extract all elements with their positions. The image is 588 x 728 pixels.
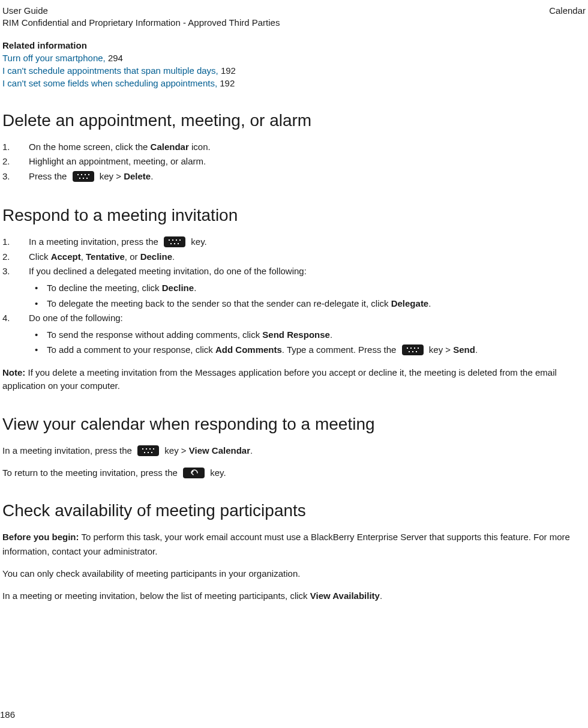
list-item: To add a comment to your response, click… <box>29 342 586 358</box>
page-number: 186 <box>0 709 15 720</box>
note-paragraph: Note: If you delete a meeting invitation… <box>2 366 586 393</box>
section-heading-respond: Respond to a meeting invitation <box>2 206 586 225</box>
menu-key-icon <box>164 236 185 247</box>
related-link[interactable]: I can't set some fields when scheduling … <box>2 78 217 88</box>
sub-bullets: To decline the meeting, click Decline. T… <box>29 280 586 311</box>
list-item: Press the key > Delete. <box>2 169 586 184</box>
menu-key-icon <box>402 344 424 355</box>
list-item: To decline the meeting, click Decline. <box>29 280 586 296</box>
list-item: To delegate the meeting back to the send… <box>29 296 586 311</box>
menu-key-icon <box>137 445 159 456</box>
list-item: In a meeting invitation, press the key. <box>2 235 586 250</box>
page-header: User Guide RIM Confidential and Propriet… <box>2 5 586 29</box>
sub-bullets: To send the response without adding comm… <box>29 327 586 358</box>
paragraph: Before you begin: To perform this task, … <box>2 530 586 558</box>
paragraph: In a meeting invitation, press the key >… <box>2 444 586 457</box>
delete-steps: On the home screen, click the Calendar i… <box>2 140 586 184</box>
paragraph: You can only check availability of meeti… <box>2 567 586 580</box>
related-page: 192 <box>217 78 235 88</box>
related-link[interactable]: I can't schedule appointments that span … <box>2 65 218 76</box>
section-heading-view-calendar: View your calendar when responding to a … <box>2 415 586 434</box>
header-title: User Guide <box>2 5 280 17</box>
list-item: To send the response without adding comm… <box>29 327 586 343</box>
related-page: 294 <box>106 53 123 63</box>
related-link[interactable]: Turn off your smartphone, <box>2 53 106 63</box>
respond-steps: In a meeting invitation, press the key. … <box>2 235 586 358</box>
header-right: Calendar <box>549 5 586 17</box>
related-info-block: Related information Turn off your smartp… <box>2 40 586 89</box>
header-left: User Guide RIM Confidential and Propriet… <box>2 5 280 29</box>
paragraph: To return to the meeting invitation, pre… <box>2 466 586 480</box>
section-heading-delete: Delete an appointment, meeting, or alarm <box>2 111 586 130</box>
list-item: Highlight an appointment, meeting, or al… <box>2 154 586 169</box>
back-key-icon <box>183 468 205 478</box>
section-heading-availability: Check availability of meeting participan… <box>2 501 586 520</box>
paragraph: In a meeting or meeting invitation, belo… <box>2 589 586 603</box>
list-item: Do one of the following: To send the res… <box>2 311 586 358</box>
list-item: If you declined a delegated meeting invi… <box>2 264 586 311</box>
related-page: 192 <box>218 65 236 76</box>
header-subtitle: RIM Confidential and Proprietary Informa… <box>2 17 280 29</box>
related-info-heading: Related information <box>2 40 586 50</box>
list-item: Click Accept, Tentative, or Decline. <box>2 250 586 265</box>
list-item: On the home screen, click the Calendar i… <box>2 140 586 155</box>
menu-key-icon <box>73 171 94 182</box>
